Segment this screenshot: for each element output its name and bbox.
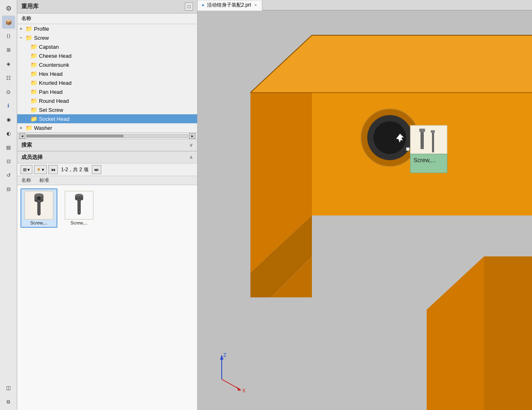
label-washer: Washer xyxy=(34,125,52,131)
tree-item-socket-head[interactable]: 📁 Socket Head xyxy=(17,114,197,123)
tree-horizontal-scrollbar[interactable]: ◂ ▸ xyxy=(17,132,197,139)
nav-btn6[interactable]: ℹ xyxy=(2,99,15,112)
expand-washer[interactable]: + xyxy=(20,125,25,130)
bottom-btn2[interactable]: ⧉ xyxy=(2,395,15,408)
folder-icon-washer: 📁 xyxy=(25,125,32,131)
col-name: 名称 xyxy=(21,177,31,184)
tree-item-cheese-head[interactable]: 📁 Cheese Head xyxy=(17,51,197,60)
tree-item-set-screw[interactable]: 📁 Set Screw xyxy=(17,105,197,114)
nav-btn4[interactable]: ☷ xyxy=(2,71,15,84)
expand-screw[interactable]: − xyxy=(20,35,25,40)
view-dropdown-icon: ▾ xyxy=(27,167,30,172)
filter-dropdown-icon: ▾ xyxy=(42,167,44,172)
nav-btn9[interactable]: ▤ xyxy=(2,141,15,154)
search-header[interactable]: 搜索 ∨ xyxy=(17,139,197,151)
label-round-head: Round Head xyxy=(39,98,69,104)
folder-icon-knurled-head: 📁 xyxy=(30,79,37,86)
panel-header: 重用库 □ xyxy=(17,0,197,14)
member-label-screw2: Screw,... xyxy=(70,220,88,225)
settings-btn[interactable]: ⚙ xyxy=(2,2,15,15)
folder-icon-set-screw: 📁 xyxy=(30,106,37,113)
label-countersunk: Countersunk xyxy=(39,62,69,68)
tab-main[interactable]: ● 活动钳身子装配2.prt × xyxy=(198,0,262,11)
screw1-svg xyxy=(31,193,47,217)
svg-text:Z: Z xyxy=(223,352,226,358)
svg-rect-63 xyxy=(406,147,409,151)
last-page-btn[interactable]: ⏭ xyxy=(92,165,101,174)
svg-rect-41 xyxy=(419,129,425,132)
nav-btn3[interactable]: ◈ xyxy=(2,57,15,70)
label-knurled-head: Knurled Head xyxy=(39,80,72,86)
member-toggle-icon[interactable]: ∧ xyxy=(189,154,193,160)
member-item-screw2[interactable]: Screw,... xyxy=(61,188,98,228)
label-pan-head: Pan Head xyxy=(39,89,63,95)
svg-rect-42 xyxy=(421,132,424,149)
tree-item-countersunk[interactable]: 📁 Countersunk xyxy=(17,60,197,69)
label-cheese-head: Cheese Head xyxy=(39,53,72,59)
tree-item-capstan[interactable]: 📁 Capstan xyxy=(17,42,197,51)
member-thumb-screw1 xyxy=(25,191,53,220)
search-title: 搜索 xyxy=(21,141,32,149)
svg-rect-16 xyxy=(77,199,81,214)
col-standard: 标准 xyxy=(39,177,49,184)
tree-item-screw[interactable]: − 📁 Screw xyxy=(17,33,197,42)
search-section: 搜索 ∨ xyxy=(17,139,197,152)
tree-item-washer[interactable]: + 📁 Washer xyxy=(17,123,197,132)
view-mode-btn[interactable]: ⊞ ▾ xyxy=(20,165,32,174)
view-area: ● 活动钳身子装配2.prt × xyxy=(198,0,532,410)
reuse-lib-btn[interactable]: 📦 xyxy=(2,16,15,29)
grid-icon: ⊞ xyxy=(23,167,27,172)
scroll-left-btn[interactable]: ◂ xyxy=(19,133,25,139)
member-selection-title: 成员选择 xyxy=(21,154,43,161)
canvas-area[interactable]: Screw,... Z X xyxy=(198,11,532,410)
search-toggle-icon[interactable]: ∨ xyxy=(189,142,193,148)
svg-text:X: X xyxy=(242,388,246,394)
tab-bar: ● 活动钳身子装配2.prt × xyxy=(198,0,532,11)
page-info: 1-2，共 2 项 xyxy=(59,166,90,173)
svg-marker-12 xyxy=(37,214,41,215)
nav-btn10[interactable]: ⊡ xyxy=(2,155,15,168)
label-capstan: Capstan xyxy=(39,44,59,50)
scroll-thumb xyxy=(27,135,123,137)
nav-btn7[interactable]: ◉ xyxy=(2,113,15,126)
svg-rect-50 xyxy=(431,130,435,133)
panel-title: 重用库 xyxy=(21,3,39,10)
panel-area: 重用库 □ 名称 + 📁 Profile − 📁 Screw 📁 Capstan xyxy=(17,0,198,410)
tab-label: 活动钳身子装配2.prt xyxy=(207,2,251,9)
screw2-svg xyxy=(73,193,85,217)
tree-item-knurled-head[interactable]: 📁 Knurled Head xyxy=(17,78,197,87)
nav-btn11[interactable]: ↺ xyxy=(2,169,15,182)
member-item-screw1[interactable]: Screw,... xyxy=(20,188,57,228)
folder-icon-capstan: 📁 xyxy=(30,43,37,50)
expand-profile[interactable]: + xyxy=(20,26,25,31)
nav-btn2[interactable]: ⊞ xyxy=(2,43,15,57)
nav-btn8[interactable]: ◐ xyxy=(2,127,15,140)
tab-close-btn[interactable]: × xyxy=(254,3,258,7)
member-toolbar: ⊞ ▾ ▼ ▾ ⏮ 1-2，共 2 项 ⏭ xyxy=(17,163,197,176)
tree-item-hex-head[interactable]: 📁 Hex Head xyxy=(17,69,197,78)
tree-item-round-head[interactable]: 📁 Round Head xyxy=(17,96,197,105)
folder-icon-countersunk: 📁 xyxy=(30,61,37,68)
svg-text:Screw,...: Screw,... xyxy=(414,157,436,163)
folder-icon-profile: 📁 xyxy=(25,25,32,32)
scroll-right-btn[interactable]: ▸ xyxy=(189,133,196,139)
bottom-btn1[interactable]: ◫ xyxy=(2,381,15,394)
nav-btn1[interactable]: ⟨⟩ xyxy=(2,29,15,43)
tree-header: 名称 xyxy=(17,14,197,24)
maximize-button[interactable]: □ xyxy=(185,2,193,11)
scroll-track[interactable] xyxy=(26,134,188,138)
member-selection-header[interactable]: 成员选择 ∧ xyxy=(17,152,197,163)
folder-icon-cheese-head: 📁 xyxy=(30,52,37,59)
tree-item-profile[interactable]: + 📁 Profile xyxy=(17,24,197,33)
svg-rect-4 xyxy=(37,201,41,215)
folder-icon-pan-head: 📁 xyxy=(30,88,37,95)
member-grid: Screw,... xyxy=(17,185,197,410)
nav-btn12[interactable]: ⊟ xyxy=(2,183,15,196)
label-hex-head: Hex Head xyxy=(39,71,63,77)
nav-btn5[interactable]: ⊙ xyxy=(2,85,15,98)
3d-view-svg: Screw,... Z X xyxy=(198,11,532,410)
first-page-btn[interactable]: ⏮ xyxy=(48,165,58,174)
tree-item-pan-head[interactable]: 📁 Pan Head xyxy=(17,87,197,96)
tab-file-icon: ● xyxy=(202,2,205,7)
filter-btn[interactable]: ▼ ▾ xyxy=(34,165,47,174)
